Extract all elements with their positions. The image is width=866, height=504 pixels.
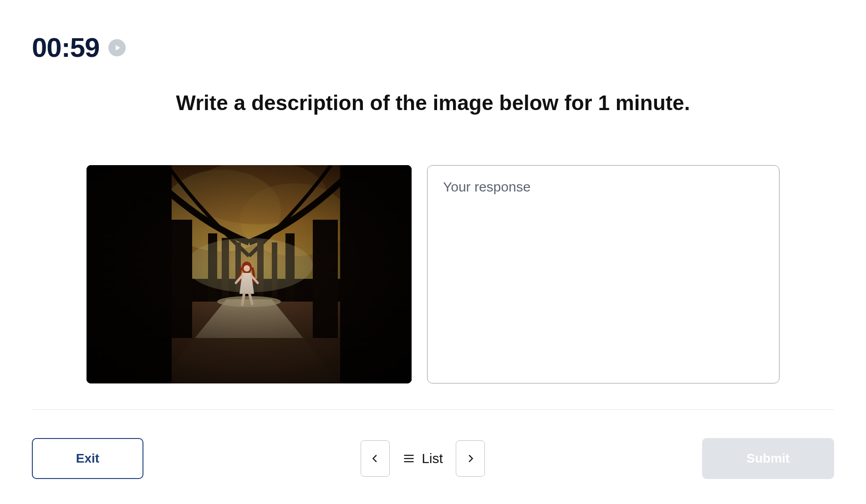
list-label: List xyxy=(422,451,443,466)
chevron-right-icon xyxy=(465,454,475,464)
timer-row: 00:59 xyxy=(32,32,834,63)
footer-divider xyxy=(32,409,834,410)
play-icon[interactable] xyxy=(108,39,126,56)
exit-button[interactable]: Exit xyxy=(32,438,143,479)
prompt-image xyxy=(87,165,412,383)
response-input[interactable] xyxy=(427,165,779,383)
chevron-left-icon xyxy=(370,454,380,464)
nav-center: List xyxy=(361,440,485,477)
submit-button[interactable]: Submit xyxy=(702,438,834,479)
list-button[interactable]: List xyxy=(402,451,443,466)
content-row xyxy=(32,165,834,383)
prompt-text: Write a description of the image below f… xyxy=(32,91,834,115)
timer-display: 00:59 xyxy=(32,32,99,63)
prev-button[interactable] xyxy=(361,440,390,477)
next-button[interactable] xyxy=(456,440,485,477)
svg-rect-22 xyxy=(87,165,412,383)
footer: Exit List Submit xyxy=(32,438,834,479)
list-icon xyxy=(402,452,415,465)
